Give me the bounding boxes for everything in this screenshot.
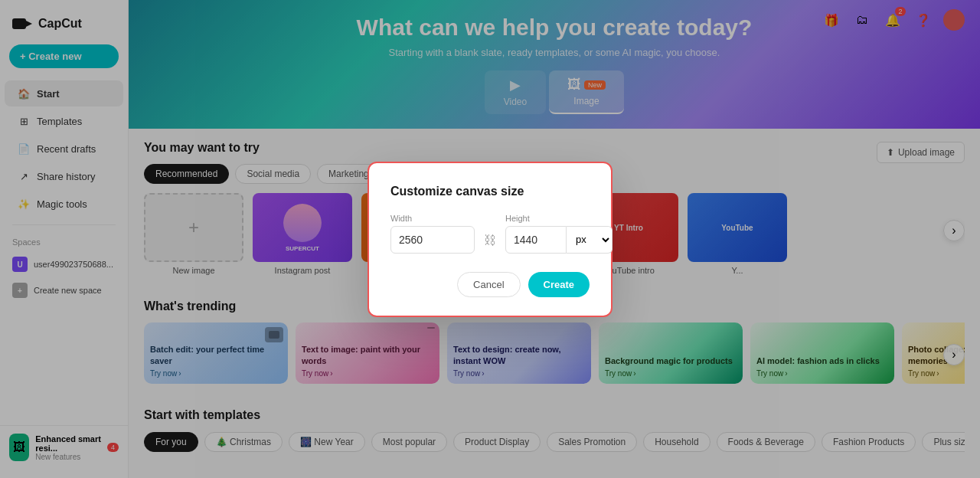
height-unit-group: px % cm in <box>505 226 612 254</box>
height-input[interactable] <box>505 226 567 254</box>
customize-canvas-modal: Customize canvas size Width ⛓ Height px … <box>368 162 612 317</box>
width-label: Width <box>390 214 475 223</box>
unit-select[interactable]: px % cm in <box>567 226 612 254</box>
cancel-button[interactable]: Cancel <box>457 272 520 297</box>
width-field-group: Width <box>390 214 475 254</box>
modal-overlay: Customize canvas size Width ⛓ Height px … <box>0 0 980 478</box>
link-icon: ⛓ <box>481 234 499 247</box>
width-input[interactable] <box>390 226 475 254</box>
modal-actions: Cancel Create <box>390 272 590 297</box>
height-label: Height <box>505 214 612 223</box>
modal-fields: Width ⛓ Height px % cm in <box>390 214 590 254</box>
modal-title: Customize canvas size <box>390 185 590 198</box>
height-field-group: Height px % cm in <box>505 214 612 254</box>
create-button[interactable]: Create <box>528 272 590 297</box>
